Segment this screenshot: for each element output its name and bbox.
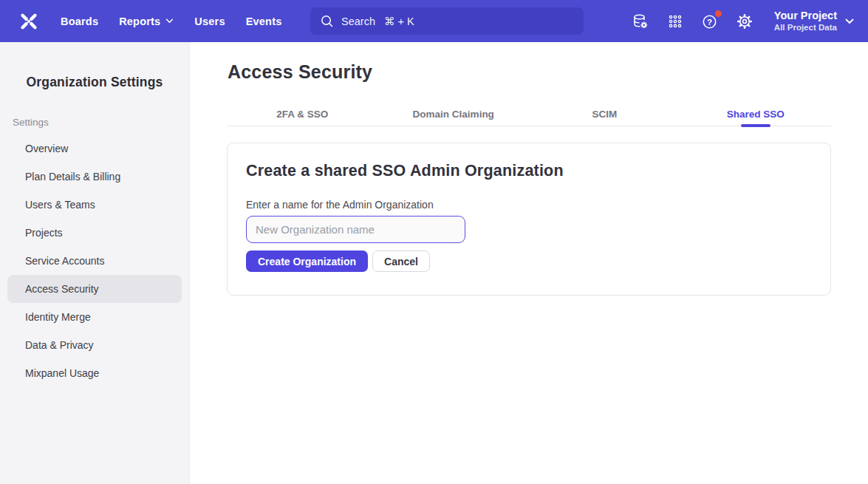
sidebar-item-access-security[interactable]: Access Security	[7, 275, 182, 303]
sidebar-title: Organization Settings	[0, 75, 189, 90]
organization-name-input[interactable]	[246, 216, 465, 243]
chevron-down-icon	[165, 18, 174, 24]
sidebar-item-projects[interactable]: Projects	[7, 219, 182, 247]
sidebar-items: Overview Plan Details & Billing Users & …	[0, 134, 189, 387]
tab-domain-claiming[interactable]: Domain Claiming	[378, 103, 530, 126]
nav-item-users[interactable]: Users	[194, 16, 225, 27]
search-placeholder: Search	[341, 16, 375, 27]
search-icon	[320, 14, 334, 28]
project-name: Your Project	[774, 9, 837, 23]
nav-item-label: Events	[246, 16, 282, 27]
nav-item-label: Users	[194, 16, 225, 27]
sidebar-item-mixpanel-usage[interactable]: Mixpanel Usage	[7, 359, 182, 387]
organization-name-label: Enter a name for the Admin Organization	[246, 199, 812, 211]
nav-right-controls: ? Your Projec	[632, 0, 854, 42]
sidebar-item-users-teams[interactable]: Users & Teams	[7, 191, 182, 219]
nav-item-label: Boards	[61, 16, 98, 27]
main-content: Access Security 2FA & SSO Domain Claimin…	[190, 42, 868, 484]
tab-bar: 2FA & SSO Domain Claiming SCIM Shared SS…	[227, 103, 831, 126]
notification-dot	[715, 10, 722, 17]
card-title: Create a shared SSO Admin Organization	[246, 162, 812, 180]
search-shortcut: ⌘ + K	[384, 16, 414, 27]
apps-grid-icon[interactable]	[666, 13, 684, 30]
search-input[interactable]: Search ⌘ + K	[310, 7, 584, 35]
top-navigation-bar: Boards Reports Users Events Search ⌘ + K	[0, 0, 868, 42]
page-title: Access Security	[228, 61, 868, 83]
svg-text:?: ?	[707, 17, 712, 26]
settings-gear-icon[interactable]	[736, 13, 753, 30]
settings-sidebar: Organization Settings Settings Overview …	[0, 42, 190, 484]
project-info: Your Project All Project Data	[774, 9, 837, 34]
project-switcher[interactable]: Your Project All Project Data	[774, 9, 854, 34]
sidebar-item-identity-merge[interactable]: Identity Merge	[7, 303, 182, 331]
sidebar-item-data-privacy[interactable]: Data & Privacy	[7, 331, 182, 359]
nav-links: Boards Reports Users Events	[61, 16, 281, 27]
project-subtitle: All Project Data	[774, 22, 837, 33]
tab-2fa-sso[interactable]: 2FA & SSO	[227, 103, 378, 126]
nav-item-events[interactable]: Events	[246, 16, 282, 27]
mixpanel-logo-icon[interactable]	[18, 12, 41, 31]
nav-item-boards[interactable]: Boards	[61, 16, 98, 27]
help-icon[interactable]: ?	[701, 13, 719, 30]
tab-scim[interactable]: SCIM	[529, 103, 680, 126]
nav-item-label: Reports	[119, 16, 160, 27]
chevron-down-icon	[845, 18, 854, 24]
card-buttons: Create Organization Cancel	[246, 250, 812, 272]
sidebar-item-service-accounts[interactable]: Service Accounts	[7, 247, 182, 275]
data-management-icon[interactable]	[632, 13, 649, 30]
nav-item-reports[interactable]: Reports	[119, 16, 174, 27]
sidebar-item-plan-details-billing[interactable]: Plan Details & Billing	[7, 163, 182, 191]
sidebar-section-label: Settings	[13, 117, 189, 128]
sidebar-item-overview[interactable]: Overview	[7, 134, 182, 163]
cancel-button[interactable]: Cancel	[372, 250, 430, 272]
create-organization-button[interactable]: Create Organization	[246, 250, 368, 272]
create-shared-sso-card: Create a shared SSO Admin Organization E…	[227, 143, 831, 296]
tab-shared-sso[interactable]: Shared SSO	[680, 103, 832, 126]
